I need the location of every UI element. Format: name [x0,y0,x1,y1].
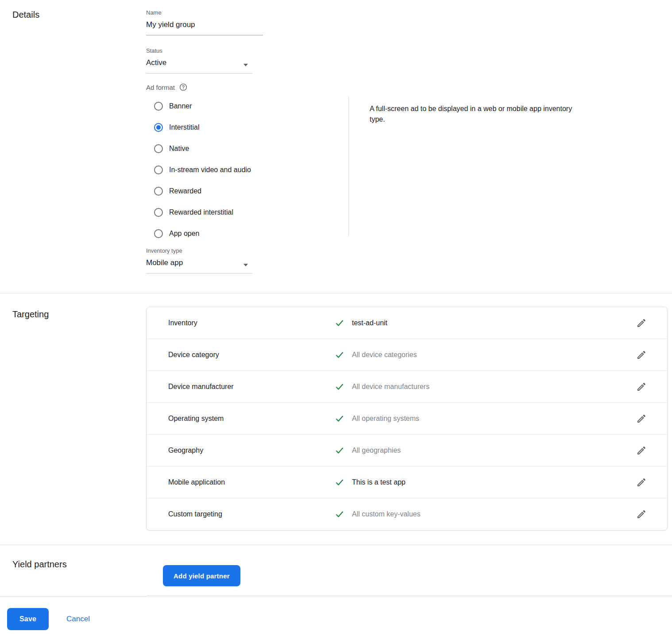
radio-option-native[interactable]: Native [146,138,348,159]
details-heading: Details [12,10,146,20]
ad-format-radio-group: Banner Interstitial Native In-stream vid… [146,96,348,244]
ad-format-block: Banner Interstitial Native In-stream vid… [146,96,672,244]
targeting-heading: Targeting [12,309,146,320]
radio-option-rewarded-interstitial[interactable]: Rewarded interstitial [146,202,348,223]
details-label-column: Details [0,9,146,293]
radio-button-icon[interactable] [154,102,163,111]
radio-option-app-open[interactable]: App open [146,223,348,244]
radio-option-instream-video-audio[interactable]: In-stream video and audio [146,159,348,181]
targeting-label-column: Targeting [0,293,146,531]
radio-option-banner[interactable]: Banner [146,96,348,117]
targeting-row-value: All device categories [335,350,417,360]
edit-device-manufacturer-button[interactable] [636,381,647,392]
targeting-row-inventory: Inventory test-ad-unit [147,307,667,339]
targeting-row-value-text: All operating systems [352,415,419,423]
checkmark-icon [335,477,344,487]
edit-geography-button[interactable] [636,445,647,456]
targeting-row-value: This is a test app [335,477,406,487]
inventory-type-label: Inventory type [146,247,252,254]
status-selected-value: Active [146,58,252,68]
details-form: Name My yield group Status Active Ad for… [146,9,672,293]
targeting-row-mobile-application: Mobile application This is a test app [147,466,667,498]
targeting-row-label: Inventory [168,319,335,327]
radio-option-label: In-stream video and audio [169,166,251,174]
add-yield-partner-button[interactable]: Add yield partner [163,565,240,586]
targeting-row-label: Device manufacturer [168,383,335,391]
edit-mobile-application-button[interactable] [636,477,647,488]
name-field-group: Name My yield group [146,9,263,35]
targeting-row-value: test-ad-unit [335,318,387,328]
chevron-down-icon [243,64,248,66]
targeting-row-value-text: This is a test app [352,478,406,486]
radio-option-label: Rewarded interstitial [169,208,233,216]
checkmark-icon [335,509,344,519]
targeting-row-value-text: All device categories [352,351,417,359]
targeting-row-value: All geographies [335,446,401,455]
name-input[interactable]: My yield group [146,19,263,30]
save-button[interactable]: Save [7,608,49,630]
radio-option-interstitial[interactable]: Interstitial [146,117,348,138]
checkmark-icon [335,414,344,423]
targeting-row-label: Custom targeting [168,510,335,518]
targeting-row-value: All operating systems [335,414,419,423]
details-section: Details Name My yield group Status Activ… [0,0,672,293]
inventory-type-underline [146,273,252,273]
edit-custom-targeting-button[interactable] [636,509,647,520]
radio-button-icon[interactable] [154,144,163,153]
help-icon[interactable] [179,83,187,91]
targeting-row-geography: Geography All geographies [147,435,667,466]
checkmark-icon [335,318,344,328]
targeting-row-device-manufacturer: Device manufacturer All device manufactu… [147,371,667,403]
checkmark-icon [335,382,344,392]
chevron-down-icon [243,264,248,266]
targeting-row-label: Geography [168,447,335,454]
checkmark-icon [335,350,344,360]
edit-inventory-button[interactable] [636,318,647,328]
footer-action-bar: Save Cancel [0,597,672,630]
ad-format-header: Ad format [146,83,672,91]
targeting-row-custom-targeting: Custom targeting All custom key-values [147,498,667,530]
name-label: Name [146,9,263,16]
targeting-row-label: Mobile application [168,478,335,486]
targeting-section: Targeting Inventory test-ad-unit Device … [0,293,672,545]
radio-option-label: Banner [169,102,192,110]
inventory-type-selected-value: Mobile app [146,258,252,268]
ad-format-description: A full-screen ad to be displayed in a we… [370,96,573,244]
cancel-button[interactable]: Cancel [61,611,95,627]
radio-option-label: Interstitial [169,123,199,131]
radio-option-label: App open [169,230,200,238]
targeting-row-value-text: test-ad-unit [352,319,387,327]
targeting-row-value: All custom key-values [335,509,421,519]
edit-device-category-button[interactable] [636,350,647,360]
checkmark-icon [335,446,344,455]
targeting-row-device-category: Device category All device categories [147,339,667,371]
radio-button-icon[interactable] [154,229,163,238]
inventory-type-select[interactable]: Inventory type Mobile app [146,247,252,273]
targeting-card: Inventory test-ad-unit Device category A… [146,307,668,531]
targeting-row-value-text: All custom key-values [352,510,421,518]
radio-option-label: Native [169,145,189,153]
targeting-row-label: Device category [168,351,335,359]
name-input-underline [146,35,263,35]
vertical-divider [348,96,349,236]
radio-option-rewarded[interactable]: Rewarded [146,181,348,202]
edit-operating-system-button[interactable] [636,413,647,424]
targeting-row-value-text: All device manufacturers [352,383,429,391]
targeting-row-label: Operating system [168,415,335,423]
status-select[interactable]: Status Active [146,47,252,73]
yield-partners-table-top-border [147,595,672,596]
status-select-underline [146,73,252,73]
targeting-row-operating-system: Operating system All operating systems [147,403,667,435]
radio-option-label: Rewarded [169,187,201,195]
radio-button-icon[interactable] [154,187,163,196]
ad-format-label: Ad format [146,84,175,91]
yield-partners-label-column: Yield partners [0,545,146,586]
radio-button-icon[interactable] [154,208,163,217]
status-label: Status [146,47,252,54]
yield-partners-body: Add yield partner [146,545,672,586]
radio-button-icon[interactable] [154,123,163,132]
targeting-row-value: All device manufacturers [335,382,429,392]
yield-partners-heading: Yield partners [12,559,146,570]
radio-button-icon[interactable] [154,166,163,174]
targeting-row-value-text: All geographies [352,447,401,454]
